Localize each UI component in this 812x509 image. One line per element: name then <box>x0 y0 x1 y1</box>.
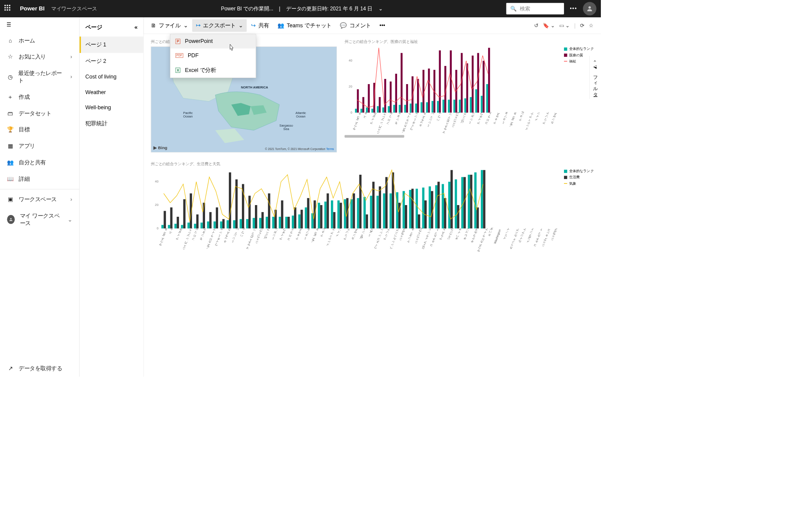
nav-my-workspace[interactable]: マイ ワークスペース ⌄ <box>0 208 79 232</box>
nav-item-star[interactable]: ☆お気に入り› <box>0 49 79 65</box>
more-icon[interactable]: ••• <box>570 6 577 11</box>
svg-rect-124 <box>261 212 264 228</box>
app-launcher-icon[interactable] <box>4 5 12 13</box>
nav-item-share[interactable]: 👥自分と共有 <box>0 154 79 171</box>
nav-item-clock[interactable]: ◷最近使ったレポート› <box>0 65 79 89</box>
trophy-icon: 🏆 <box>7 127 13 133</box>
svg-rect-73 <box>253 218 255 228</box>
powerpoint-icon: P <box>176 39 180 44</box>
favorite-icon[interactable]: ☆ <box>589 23 593 29</box>
svg-rect-14 <box>399 105 401 113</box>
page-tab[interactable]: Cost of living <box>80 69 143 85</box>
svg-rect-43 <box>423 70 424 113</box>
svg-rect-28 <box>475 89 477 113</box>
nav-item-trophy[interactable]: 🏆目標 <box>0 121 79 138</box>
nav-item-plus[interactable]: ＋作成 <box>0 89 79 105</box>
nav-workspaces[interactable]: ▣ ワークスペース › <box>0 191 79 208</box>
view-icon[interactable]: ▭ ⌄ <box>559 23 570 29</box>
svg-rect-121 <box>242 184 244 228</box>
export-menu-button[interactable]: ↦ エクスポート ⌄ <box>192 19 247 32</box>
chevron-down-icon[interactable]: ⌄ <box>378 6 383 12</box>
svg-rect-128 <box>287 217 290 228</box>
page-tab[interactable]: ページ 1 <box>80 36 143 53</box>
svg-rect-11 <box>382 108 384 113</box>
svg-rect-140 <box>366 215 368 228</box>
nav-item-home[interactable]: ⌂ホーム <box>0 33 79 49</box>
report-toolbar: 🗎 ファイル ⌄ ↦ エクスポート ⌄ ↪ 共有 👥 Teams でチャット 💬… <box>144 17 601 34</box>
svg-rect-138 <box>353 193 355 228</box>
nav-collapse-button[interactable]: ☰ <box>0 17 79 33</box>
legend-item: 生活費 <box>564 175 594 179</box>
chart-top-right[interactable]: 州ごとの総合ランキング、医療の質と福祉 02040サウスダコタユタアイダホニュー… <box>345 39 594 152</box>
svg-rect-89 <box>357 198 359 228</box>
svg-text:0: 0 <box>350 111 352 114</box>
clock-icon: ◷ <box>7 74 13 80</box>
search-input[interactable]: 🔍 検索 <box>506 3 564 15</box>
nav-item-app[interactable]: ▦アプリ <box>0 138 79 154</box>
svg-rect-94 <box>390 193 392 228</box>
svg-rect-19 <box>426 102 428 113</box>
svg-rect-110 <box>170 207 173 228</box>
svg-rect-10 <box>377 106 378 113</box>
file-menu-button[interactable]: 🗎 ファイル ⌄ <box>147 19 192 32</box>
export-powerpoint[interactable]: P PowerPoint <box>170 34 256 49</box>
refresh-date[interactable]: データの更新日時: 2021 年 6 月 14 日 <box>286 5 372 12</box>
svg-rect-42 <box>417 79 419 113</box>
share-button[interactable]: ↪ 共有 <box>248 19 273 32</box>
teams-chat-button[interactable]: 👥 Teams でチャット <box>274 19 336 32</box>
page-tab[interactable]: 犯罪統計 <box>80 115 143 132</box>
bing-logo: ▶ Bing <box>153 145 167 150</box>
export-pdf[interactable]: PDF PDF <box>170 49 256 63</box>
horizontal-scrollbar[interactable] <box>345 135 404 138</box>
map-label-pacific: Pacific Ocean <box>183 111 193 118</box>
svg-rect-60 <box>168 225 170 228</box>
share-icon: 👥 <box>7 159 13 166</box>
reset-icon[interactable]: ↺ <box>534 23 538 29</box>
svg-rect-88 <box>350 199 352 228</box>
svg-rect-51 <box>466 63 468 113</box>
svg-rect-25 <box>459 100 460 113</box>
svg-rect-100 <box>429 186 431 228</box>
report-canvas: 州ごとの総合ランキング NORTH AMERICA Pacific Ocean <box>144 34 601 376</box>
svg-rect-123 <box>255 205 257 228</box>
bookmark-icon[interactable]: 🔖 ⌄ <box>543 23 555 29</box>
nav-item-book[interactable]: 📖詳細 <box>0 171 79 187</box>
page-tab[interactable]: Well-being <box>80 100 143 116</box>
map-credits: © 2021 TomTom, © 2021 Microsoft Corporat… <box>265 147 334 150</box>
page-tab[interactable]: Weather <box>80 85 143 100</box>
svg-rect-21 <box>437 101 439 113</box>
more-toolbar-button[interactable]: ••• <box>375 20 389 32</box>
filters-pane-toggle[interactable]: ‹ ⧩ フィルター <box>589 56 601 99</box>
workspace-avatar-icon <box>7 215 15 224</box>
svg-rect-103 <box>448 182 450 228</box>
svg-rect-119 <box>229 173 231 228</box>
nav-my-workspace-label: マイ ワークスペース <box>20 212 63 227</box>
nav-get-data[interactable]: ↗ データを取得する <box>0 360 79 377</box>
page-tab[interactable]: ページ 2 <box>80 53 143 69</box>
svg-rect-84 <box>324 202 326 228</box>
search-icon: 🔍 <box>510 6 517 12</box>
svg-rect-97 <box>409 190 411 228</box>
chart-legend: 全体的なランク生活費気象 <box>564 169 594 249</box>
export-excel[interactable]: X Excel で分析 <box>170 62 256 78</box>
map-terms-link[interactable]: Terms <box>326 147 334 150</box>
svg-rect-139 <box>359 175 362 228</box>
nav-item-dataset[interactable]: 🗃データセット <box>0 105 79 122</box>
svg-rect-154 <box>457 205 459 228</box>
refresh-icon[interactable]: ⟳ <box>580 23 584 29</box>
workspace-crumb[interactable]: マイワークスペース <box>51 5 98 12</box>
user-avatar[interactable] <box>583 2 597 15</box>
svg-rect-148 <box>418 215 420 228</box>
svg-point-1 <box>10 218 11 219</box>
report-title[interactable]: Power BI での作業開... <box>221 5 273 12</box>
svg-rect-75 <box>266 217 268 228</box>
comment-button[interactable]: 💬 コメント <box>336 19 375 32</box>
svg-rect-155 <box>463 177 466 228</box>
svg-rect-93 <box>383 193 385 228</box>
share-icon: ↪ <box>251 22 255 29</box>
svg-rect-53 <box>477 53 479 113</box>
svg-rect-152 <box>444 198 446 228</box>
collapse-pages-icon[interactable]: « <box>134 23 137 30</box>
chart-bottom[interactable]: 州ごとの総合ランキング、生活費と天気 02040サウスダコタユタアイダホニューハ… <box>151 161 594 249</box>
brand-label: Power BI <box>20 5 45 12</box>
